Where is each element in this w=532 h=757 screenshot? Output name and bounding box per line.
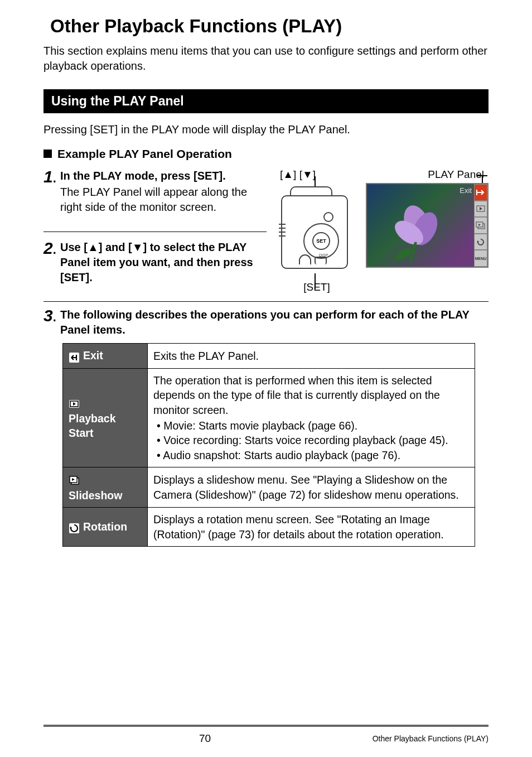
- table-row: Slideshow Displays a slideshow menu. See…: [63, 467, 475, 507]
- diagram-column: [▲] [▼] PLAY Panel SET DISP: [278, 168, 489, 293]
- label-set: [SET]: [278, 281, 356, 293]
- cell-exit-text: Exit: [83, 349, 103, 361]
- step-3-title: The following describes the operations y…: [60, 307, 489, 337]
- cell-playback-text2: Start: [69, 426, 142, 440]
- table-row: Playback Start The operation that is per…: [63, 369, 475, 467]
- example-heading: Example PLAY Panel Operation: [43, 147, 489, 161]
- diagram-row: SET DISP: [278, 183, 489, 278]
- page-footer: 70 Other Playback Functions (PLAY): [43, 725, 489, 745]
- cell-rotation-desc: Displays a rotation menu screen. See "Ro…: [148, 508, 475, 547]
- monitor-screen: Exit: [366, 183, 489, 268]
- table-row: Exit Exits the PLAY Panel.: [63, 344, 475, 369]
- panel-item-rotation-icon: [474, 234, 487, 250]
- step-3-number: 3.: [43, 307, 60, 337]
- step-2: 2. Use [▲] and [▼] to select the PLAY Pa…: [43, 240, 267, 285]
- intro-paragraph: This section explains menu items that yo…: [43, 44, 489, 74]
- label-arrows: [▲] [▼]: [280, 168, 341, 181]
- step-3: 3. The following describes the operation…: [43, 307, 489, 337]
- panel-item-slideshow-icon: [474, 217, 487, 234]
- cell-rotation-text: Rotation: [83, 520, 127, 533]
- page: Other Playback Functions (PLAY) This sec…: [0, 0, 532, 757]
- example-heading-text: Example PLAY Panel Operation: [57, 147, 232, 160]
- step-2-title: Use [▲] and [▼] to select the PLAY Panel…: [60, 240, 267, 285]
- label-play-panel: PLAY Panel: [341, 168, 489, 181]
- steps-column: 1. In the PLAY mode, press [SET]. The PL…: [43, 168, 267, 293]
- table-row: Rotation Displays a rotation menu screen…: [63, 508, 475, 547]
- set-button-icon: SET: [312, 232, 330, 250]
- divider: [43, 232, 267, 232]
- chapter-title: Other Playback Functions (PLAY): [50, 16, 489, 37]
- svg-marker-9: [477, 240, 479, 242]
- slideshow-icon: [69, 472, 80, 487]
- screen-exit-label: Exit: [460, 186, 472, 195]
- steps-and-diagram: 1. In the PLAY mode, press [SET]. The PL…: [43, 168, 489, 293]
- section-heading: Using the PLAY Panel: [43, 89, 489, 113]
- cell-playback-label: Playback Start: [63, 369, 148, 467]
- playback-bullet-1: Movie: Starts movie playback (page 66).: [157, 418, 469, 433]
- divider-full: [43, 301, 489, 302]
- step-1: 1. In the PLAY mode, press [SET]. The PL…: [43, 168, 267, 215]
- playback-desc-intro: The operation that is performed when thi…: [153, 374, 440, 416]
- step-1-title: In the PLAY mode, press [SET].: [60, 168, 267, 184]
- svg-marker-5: [480, 207, 482, 210]
- step-1-desc: The PLAY Panel will appear along the rig…: [60, 185, 267, 215]
- page-number: 70: [43, 732, 266, 745]
- playback-bullet-2: Voice recording: Starts voice recording …: [157, 433, 469, 447]
- cell-exit-label: Exit: [63, 344, 148, 369]
- cell-playback-text1: Playback: [69, 411, 142, 426]
- cell-slideshow-label: Slideshow: [63, 467, 148, 507]
- square-bullet-icon: [43, 150, 52, 158]
- screen-diagram-wrap: Exit: [366, 183, 489, 268]
- cell-slideshow-desc: Displays a slideshow menu. See "Playing …: [148, 467, 475, 507]
- playback-bullets: Movie: Starts movie playback (page 66). …: [153, 418, 469, 462]
- rotation-icon: [69, 520, 80, 534]
- flower-image-icon: [384, 195, 451, 262]
- step-1-number: 1.: [43, 168, 60, 215]
- camera-diagram: SET DISP: [278, 183, 356, 278]
- panel-item-play-icon: [474, 201, 487, 218]
- cell-slideshow-text: Slideshow: [69, 488, 142, 503]
- cell-rotation-label: Rotation: [63, 508, 148, 547]
- leader-line-set: [315, 273, 316, 289]
- footer-text: Other Playback Functions (PLAY): [266, 734, 489, 743]
- diagram-labels: [▲] [▼] PLAY Panel: [278, 168, 489, 181]
- step-2-number: 2.: [43, 240, 60, 285]
- panel-item-exit-icon: [474, 184, 487, 201]
- play-panel-strip: MENU: [474, 184, 487, 267]
- panel-item-menu-icon: MENU: [474, 250, 487, 267]
- playback-bullet-3: Audio snapshot: Starts audio playback (p…: [157, 448, 469, 462]
- section-intro: Pressing [SET] in the PLAY mode will dis…: [43, 123, 489, 136]
- exit-icon: [69, 349, 80, 364]
- play-panel-functions-table: Exit Exits the PLAY Panel. Playback Star…: [62, 343, 475, 547]
- cell-exit-desc: Exits the PLAY Panel.: [148, 344, 475, 369]
- cell-playback-desc: The operation that is performed when thi…: [148, 369, 475, 467]
- playback-start-icon: [69, 396, 80, 410]
